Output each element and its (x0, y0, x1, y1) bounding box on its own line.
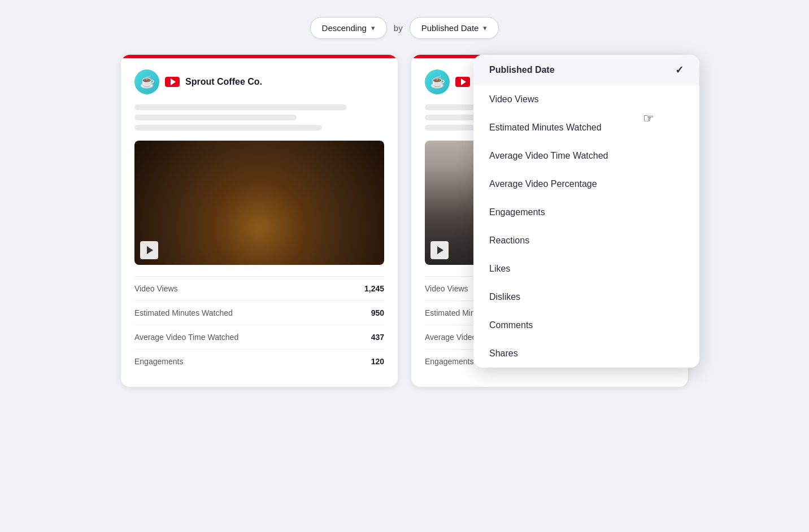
sort-menu-item-6[interactable]: Reactions (473, 226, 699, 255)
by-label: by (394, 23, 403, 33)
sort-menu-item-2[interactable]: Estimated Minutes Watched (473, 114, 699, 142)
sort-menu-item-5[interactable]: Engagements (473, 198, 699, 226)
sort-field-label: Published Date (421, 23, 479, 33)
menu-item-label: Estimated Minutes Watched (489, 123, 602, 133)
chevron-down-icon: ▾ (483, 24, 487, 32)
menu-item-label: Reactions (489, 236, 529, 246)
sort-order-dropdown[interactable]: Descending ▾ (310, 17, 387, 39)
sort-menu-item-9[interactable]: Comments (473, 311, 699, 339)
skeleton-line (134, 125, 322, 130)
sort-menu-item-4[interactable]: Average Video Percentage (473, 170, 699, 198)
stat-label: Average Video Time Watched (134, 333, 238, 342)
avatar: ☕ (425, 69, 450, 94)
play-icon (430, 241, 449, 259)
sort-menu-item-0[interactable]: Published Date✓ (473, 55, 699, 85)
card-header: ☕ Sprout Coffee Co. (134, 69, 384, 94)
sort-menu-item-1[interactable]: Video Views (473, 85, 699, 114)
youtube-icon (165, 77, 180, 87)
sort-controls: Descending ▾ by Published Date ▾ (310, 17, 499, 39)
menu-item-label: Published Date (489, 65, 555, 75)
avatar: ☕ (134, 69, 159, 94)
coffee-icon: ☕ (430, 75, 445, 89)
play-icon (140, 241, 158, 259)
stat-label: Estimated Minutes Watched (134, 308, 233, 317)
menu-item-label: Video Views (489, 94, 538, 104)
chevron-down-icon: ▾ (371, 24, 375, 32)
skeleton-line (134, 104, 347, 110)
sort-menu-item-10[interactable]: Shares (473, 339, 699, 368)
check-icon: ✓ (675, 64, 684, 76)
menu-item-label: Dislikes (489, 292, 520, 302)
video-card-1: ☕ Sprout Coffee Co. Video Views 1,245 (121, 55, 398, 387)
video-thumbnail[interactable] (134, 141, 384, 265)
sort-field-dropdown[interactable]: Published Date ▾ (410, 17, 499, 39)
menu-item-label: Shares (489, 348, 518, 359)
stat-value: 1,245 (364, 284, 384, 293)
skeleton-lines (134, 104, 384, 130)
menu-item-label: Likes (489, 264, 510, 274)
sort-order-label: Descending (322, 23, 367, 33)
cards-container: ☕ Sprout Coffee Co. Video Views 1,245 (121, 55, 688, 387)
sort-menu-item-7[interactable]: Likes (473, 255, 699, 283)
sort-menu-item-8[interactable]: Dislikes (473, 283, 699, 311)
sort-menu-item-3[interactable]: Average Video Time Watched (473, 142, 699, 170)
stat-row: Average Video Time Watched 437 (134, 325, 384, 350)
stat-label: Engagements (425, 357, 473, 366)
stat-value: 120 (371, 357, 384, 366)
stats-list: Video Views 1,245 Estimated Minutes Watc… (134, 276, 384, 373)
stat-label: Video Views (425, 284, 468, 293)
menu-item-label: Comments (489, 320, 533, 330)
skeleton-line (134, 115, 297, 120)
menu-item-label: Average Video Percentage (489, 179, 597, 189)
channel-name: Sprout Coffee Co. (185, 77, 262, 87)
youtube-icon (455, 77, 470, 87)
coffee-icon: ☕ (140, 75, 155, 89)
play-triangle (147, 246, 153, 254)
menu-item-label: Average Video Time Watched (489, 151, 608, 161)
sort-field-menu: Published Date✓Video ViewsEstimated Minu… (473, 55, 699, 368)
stat-row: Video Views 1,245 (134, 277, 384, 301)
menu-item-label: Engagements (489, 207, 545, 217)
stat-label: Engagements (134, 357, 183, 366)
stat-row: Estimated Minutes Watched 950 (134, 301, 384, 325)
stat-value: 437 (371, 333, 384, 342)
stat-value: 950 (371, 308, 384, 317)
stat-row: Engagements 120 (134, 350, 384, 373)
play-triangle (437, 246, 443, 254)
stat-label: Video Views (134, 284, 178, 293)
